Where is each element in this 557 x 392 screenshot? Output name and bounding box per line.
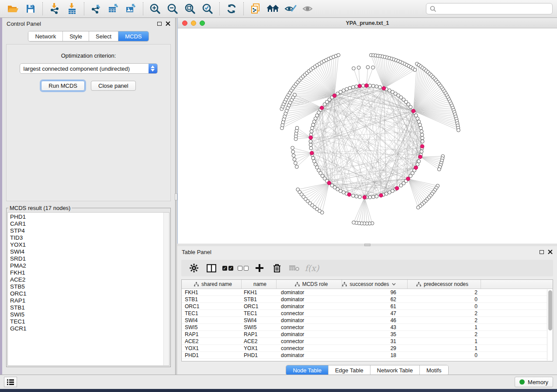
column-tree-icon bbox=[295, 282, 300, 287]
float-panel-icon[interactable] bbox=[157, 22, 162, 26]
table-row[interactable]: TEC1TEC1connector472 bbox=[182, 310, 553, 317]
network-canvas[interactable] bbox=[178, 28, 557, 243]
function-builder-button[interactable]: f(x) bbox=[305, 261, 318, 275]
show-all-button[interactable] bbox=[299, 1, 317, 16]
mcds-result-list[interactable]: PHD1CAR1STP4TID3YOX1SWI4SRD1PMA2FKH1ACE2… bbox=[7, 212, 170, 366]
table-row[interactable]: ACE2ACE2connector311 bbox=[182, 338, 553, 345]
cell-mcds_role: connector bbox=[277, 310, 342, 316]
split-pane-icon bbox=[207, 264, 216, 272]
task-history-button[interactable] bbox=[4, 377, 17, 387]
zoom-fit-button[interactable] bbox=[181, 1, 199, 16]
mcds-node-item[interactable]: YOX1 bbox=[10, 241, 169, 248]
mcds-node-item[interactable]: SWI5 bbox=[10, 311, 169, 318]
cell-mcds_role: connector bbox=[277, 345, 342, 351]
add-column-button[interactable] bbox=[253, 261, 266, 275]
tab-network[interactable]: Network bbox=[28, 31, 63, 41]
apply-layout-button[interactable] bbox=[223, 1, 240, 16]
zoom-selected-button[interactable] bbox=[199, 1, 216, 16]
cell-mcds_role: connector bbox=[277, 338, 342, 344]
save-session-button[interactable] bbox=[22, 1, 39, 16]
mcds-node-item[interactable]: RAP1 bbox=[10, 297, 169, 304]
mcds-node-item[interactable]: STP4 bbox=[10, 227, 169, 234]
cell-successor_nodes: 96 bbox=[342, 289, 408, 296]
column-header-predecessor-nodes[interactable]: predecessor nodes bbox=[408, 280, 481, 289]
table-row[interactable]: ORC1ORC1dominator610 bbox=[182, 303, 553, 310]
mcds-node-item[interactable]: STB5 bbox=[10, 283, 169, 290]
zoom-out-button[interactable] bbox=[164, 1, 181, 16]
table-scrollbar[interactable] bbox=[547, 289, 553, 361]
hide-selected-button[interactable] bbox=[282, 1, 299, 16]
delete-table-button[interactable] bbox=[288, 261, 301, 275]
table-row[interactable]: STB1STB1dominator620 bbox=[182, 296, 553, 303]
tab-mcds[interactable]: MCDS bbox=[118, 31, 148, 41]
mcds-node-item[interactable]: STB1 bbox=[10, 304, 169, 311]
table-row[interactable]: PHD1PHD1dominator180 bbox=[182, 352, 553, 359]
unselect-all-columns-button[interactable] bbox=[238, 266, 249, 271]
column-header-name[interactable]: name bbox=[242, 280, 277, 289]
mcds-list-scrollbar[interactable] bbox=[163, 213, 169, 365]
table-panel-header: Table Panel bbox=[177, 246, 557, 258]
tab-select[interactable]: Select bbox=[89, 31, 118, 41]
cell-predecessor_nodes: 2 bbox=[408, 289, 481, 296]
mcds-node-item[interactable]: TID3 bbox=[10, 234, 169, 241]
mcds-node-item[interactable]: PMA2 bbox=[10, 262, 169, 269]
close-panel-button[interactable]: Close panel bbox=[91, 81, 136, 91]
mcds-node-item[interactable]: CAR1 bbox=[10, 220, 169, 227]
export-network-button[interactable] bbox=[87, 1, 105, 16]
mcds-node-item[interactable]: FKH1 bbox=[10, 269, 169, 276]
import-network-button[interactable] bbox=[46, 1, 63, 16]
cell-shared_name: FKH1 bbox=[182, 289, 242, 296]
mcds-tab-content: Optimization criterion: largest connecte… bbox=[6, 44, 171, 201]
table-scrollbar-thumb[interactable] bbox=[548, 290, 552, 330]
tab-network-table[interactable]: Network Table bbox=[370, 365, 420, 375]
cell-shared_name: SWI5 bbox=[182, 324, 242, 330]
search-box[interactable] bbox=[426, 3, 553, 14]
tab-edge-table[interactable]: Edge Table bbox=[329, 365, 370, 375]
search-input[interactable] bbox=[439, 6, 549, 12]
mcds-node-item[interactable]: TEC1 bbox=[10, 318, 169, 325]
sort-descending-icon bbox=[392, 283, 396, 285]
table-row[interactable]: SWI5SWI5connector431 bbox=[182, 324, 553, 331]
tab-motifs[interactable]: Motifs bbox=[420, 365, 448, 375]
select-all-columns-button[interactable]: ✓ ✓ bbox=[222, 266, 233, 271]
network-window-titlebar[interactable]: YPA_prune.txt_1 bbox=[178, 18, 557, 28]
import-table-button[interactable] bbox=[63, 1, 81, 16]
memory-button[interactable]: Memory bbox=[515, 377, 553, 387]
run-mcds-button[interactable]: Run MCDS bbox=[41, 81, 85, 91]
column-header-MCDS-role[interactable]: MCDS role bbox=[277, 280, 342, 289]
criterion-select[interactable]: largest connected component (undirected) bbox=[20, 63, 158, 74]
network-graph[interactable] bbox=[178, 28, 557, 243]
mcds-node-item[interactable]: SWI4 bbox=[10, 248, 169, 255]
export-table-icon bbox=[108, 3, 119, 14]
table-row[interactable]: RAP1RAP1dominator352 bbox=[182, 331, 553, 338]
column-header-successor-nodes[interactable]: successor nodes bbox=[342, 280, 408, 289]
export-table-button[interactable] bbox=[105, 1, 122, 16]
table-row[interactable]: SWI4SWI4dominator462 bbox=[182, 317, 553, 324]
mcds-node-item[interactable]: SRD1 bbox=[10, 255, 169, 262]
tab-style[interactable]: Style bbox=[63, 31, 89, 41]
close-panel-icon[interactable] bbox=[166, 21, 170, 26]
table-row[interactable]: YOX1YOX1connector291 bbox=[182, 345, 553, 352]
mcds-node-item[interactable]: PHD1 bbox=[10, 213, 169, 220]
table-row[interactable]: FKH1FKH1dominator962 bbox=[182, 289, 553, 296]
cell-name: YOX1 bbox=[242, 345, 277, 351]
show-column-panel-button[interactable] bbox=[205, 261, 218, 275]
mcds-node-item[interactable]: GCR1 bbox=[10, 325, 169, 332]
close-panel-icon[interactable] bbox=[548, 250, 553, 254]
tab-node-table[interactable]: Node Table bbox=[286, 365, 329, 375]
open-file-button[interactable] bbox=[4, 1, 22, 16]
zoom-in-button[interactable] bbox=[146, 1, 164, 16]
cell-shared_name: RAP1 bbox=[182, 331, 242, 337]
table-settings-button[interactable] bbox=[187, 261, 201, 275]
cell-name: PHD1 bbox=[242, 352, 277, 358]
float-panel-icon[interactable] bbox=[540, 250, 544, 254]
export-image-button[interactable] bbox=[122, 1, 140, 16]
cell-predecessor_nodes: 1 bbox=[408, 324, 481, 330]
mcds-node-item[interactable]: ORC1 bbox=[10, 290, 169, 297]
delete-column-button[interactable] bbox=[270, 261, 284, 275]
mcds-node-item[interactable]: ACE2 bbox=[10, 276, 169, 283]
first-neighbors-button[interactable] bbox=[264, 1, 282, 16]
clone-network-button[interactable] bbox=[247, 1, 264, 16]
cell-predecessor_nodes: 2 bbox=[408, 317, 481, 323]
column-header-shared-name[interactable]: shared name bbox=[182, 280, 242, 289]
